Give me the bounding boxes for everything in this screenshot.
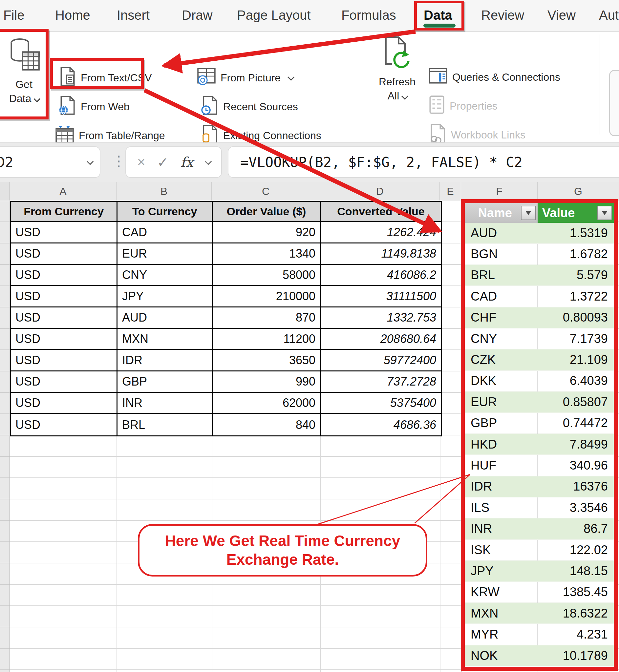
order-cell[interactable]: USD — [11, 329, 118, 350]
order-cell[interactable]: 1262.424 — [321, 222, 441, 243]
order-cell[interactable]: USD — [11, 243, 118, 265]
recent-sources-button[interactable]: Recent Sources — [201, 97, 298, 117]
rate-value-cell[interactable]: 340.96 — [538, 455, 614, 476]
order-cell[interactable]: 3650 — [213, 350, 321, 371]
rate-name-cell[interactable]: BGN — [465, 244, 538, 265]
order-cell[interactable]: IDR — [118, 350, 213, 371]
filter-dropdown-button[interactable] — [521, 206, 536, 220]
refresh-all-button[interactable]: Refresh All — [368, 36, 426, 103]
name-box[interactable]: D2 — [0, 146, 100, 178]
order-cell[interactable]: USD — [11, 350, 118, 371]
column-header-F[interactable]: F — [461, 182, 538, 201]
tab-page-layout[interactable]: Page Layout — [237, 0, 311, 30]
tab-aut[interactable]: Aut — [599, 0, 619, 30]
order-cell[interactable]: 990 — [213, 371, 321, 393]
column-header-G[interactable]: G — [538, 182, 619, 201]
order-cell[interactable]: JPY — [118, 286, 213, 307]
rate-name-cell[interactable]: ISK — [465, 540, 538, 561]
rate-value-cell[interactable]: 1.3722 — [538, 286, 614, 307]
tab-review[interactable]: Review — [481, 0, 524, 30]
rate-value-cell[interactable]: 5.579 — [538, 265, 614, 286]
order-header-cell[interactable]: To Currency — [118, 202, 213, 222]
from-picture-button[interactable]: From Picture — [197, 68, 293, 88]
rate-name-cell[interactable]: CNY — [465, 328, 538, 350]
order-cell[interactable]: USD — [11, 222, 118, 243]
order-cell[interactable]: 870 — [213, 307, 321, 329]
enter-icon[interactable]: ✓ — [157, 154, 169, 170]
order-cell[interactable]: 4686.36 — [321, 414, 441, 435]
order-header-cell[interactable]: From Currency — [11, 202, 118, 222]
insert-function-icon[interactable]: fx — [181, 154, 193, 170]
tab-draw[interactable]: Draw — [182, 0, 212, 30]
rate-value-cell[interactable]: 18.6322 — [538, 603, 614, 624]
column-header-B[interactable]: B — [117, 182, 212, 201]
order-cell[interactable]: USD — [11, 286, 118, 307]
properties-button[interactable]: Properties — [429, 96, 497, 116]
filter-dropdown-button[interactable] — [597, 206, 612, 220]
rate-value-cell[interactable]: 21.109 — [538, 350, 614, 370]
rate-name-cell[interactable]: CHF — [465, 307, 538, 328]
rate-name-cell[interactable]: MYR — [465, 624, 538, 645]
row-header-strip[interactable] — [0, 201, 10, 672]
order-cell[interactable]: USD — [11, 414, 118, 435]
order-cell[interactable]: CNY — [118, 265, 213, 286]
rate-name-cell[interactable]: INR — [465, 518, 538, 539]
order-cell[interactable]: 62000 — [213, 393, 321, 414]
rate-name-cell[interactable]: CZK — [465, 350, 538, 370]
rate-name-cell[interactable]: NOK — [465, 646, 538, 666]
rate-name-cell[interactable]: ILS — [465, 498, 538, 518]
order-cell[interactable]: 59772400 — [321, 350, 441, 371]
rate-value-cell[interactable]: 7.8499 — [538, 434, 614, 455]
select-all-corner[interactable] — [0, 182, 10, 201]
order-header-cell[interactable]: Converted Value — [321, 202, 441, 222]
order-cell[interactable]: 737.2728 — [321, 371, 441, 393]
rate-name-cell[interactable]: HKD — [465, 434, 538, 455]
rate-value-cell[interactable]: 4.231 — [538, 624, 614, 645]
rate-value-cell[interactable]: 86.7 — [538, 518, 614, 539]
column-header-A[interactable]: A — [10, 182, 117, 201]
from-web-button[interactable]: From Web — [58, 97, 130, 117]
rates-header-value[interactable]: Value — [538, 203, 614, 223]
rate-name-cell[interactable]: CAD — [465, 286, 538, 307]
order-cell[interactable]: BRL — [118, 414, 213, 435]
tab-view[interactable]: View — [547, 0, 576, 30]
tab-insert[interactable]: Insert — [117, 0, 150, 30]
workbook-links-button[interactable]: Workbook Links — [429, 125, 526, 145]
tab-home[interactable]: Home — [55, 0, 90, 30]
rate-name-cell[interactable]: AUD — [465, 223, 538, 244]
tab-file[interactable]: File — [3, 0, 24, 30]
cancel-icon[interactable]: × — [137, 154, 145, 170]
order-cell[interactable]: 840 — [213, 414, 321, 435]
column-header-C[interactable]: C — [212, 182, 320, 201]
order-cell[interactable]: USD — [11, 307, 118, 329]
rate-name-cell[interactable]: JPY — [465, 561, 538, 582]
order-cell[interactable]: 31111500 — [321, 286, 441, 307]
rate-value-cell[interactable]: 6.4039 — [538, 371, 614, 392]
rate-value-cell[interactable]: 16376 — [538, 476, 614, 498]
order-cell[interactable]: GBP — [118, 371, 213, 393]
order-cell[interactable]: MXN — [118, 329, 213, 350]
formula-input[interactable]: =VLOOKUP(B2, $F:$G, 2, FALSE) * C2 — [228, 146, 619, 178]
rate-value-cell[interactable]: 0.80093 — [538, 307, 614, 328]
order-cell[interactable]: 210000 — [213, 286, 321, 307]
rate-name-cell[interactable]: BRL — [465, 265, 538, 286]
order-cell[interactable]: USD — [11, 371, 118, 393]
order-cell[interactable]: 1149.8138 — [321, 243, 441, 265]
rate-value-cell[interactable]: 122.02 — [538, 540, 614, 561]
rate-value-cell[interactable]: 0.85807 — [538, 392, 614, 413]
order-cell[interactable]: INR — [118, 393, 213, 414]
order-cell[interactable]: CAD — [118, 222, 213, 243]
column-header-E[interactable]: E — [440, 182, 461, 201]
rate-name-cell[interactable]: IDR — [465, 476, 538, 498]
order-cell[interactable]: 11200 — [213, 329, 321, 350]
rate-name-cell[interactable]: HUF — [465, 455, 538, 476]
column-header-D[interactable]: D — [320, 182, 440, 201]
order-cell[interactable]: 1332.753 — [321, 307, 441, 329]
rate-value-cell[interactable]: 1.6782 — [538, 244, 614, 265]
order-cell[interactable]: AUD — [118, 307, 213, 329]
rate-name-cell[interactable]: GBP — [465, 413, 538, 434]
order-cell[interactable]: 416086.2 — [321, 265, 441, 286]
rates-header-name[interactable]: Name — [465, 203, 538, 223]
rate-value-cell[interactable]: 3.3546 — [538, 498, 614, 518]
queries-connections-button[interactable]: Queries & Connections — [429, 67, 560, 87]
